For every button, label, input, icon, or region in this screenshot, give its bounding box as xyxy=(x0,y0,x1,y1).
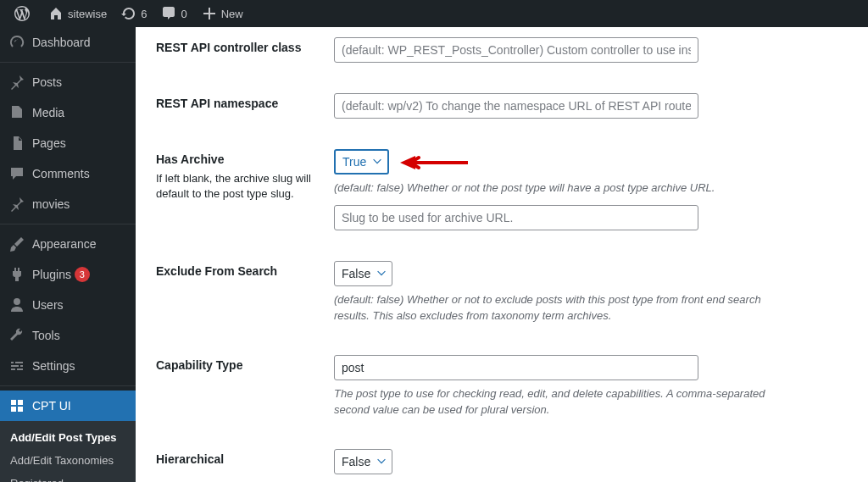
user-icon xyxy=(8,296,25,313)
submenu-registered-types[interactable]: Registered Types/Taxes xyxy=(0,472,136,482)
menu-movies[interactable]: movies xyxy=(0,189,136,219)
menu-tools[interactable]: Tools xyxy=(0,320,136,351)
menu-label: Appearance xyxy=(32,237,97,251)
annotation-arrow xyxy=(400,154,468,174)
wp-logo[interactable] xyxy=(7,0,41,27)
plugin-icon xyxy=(8,266,25,283)
menu-media[interactable]: Media xyxy=(0,97,136,128)
menu-appearance[interactable]: Appearance xyxy=(0,229,136,259)
input-rest-controller[interactable] xyxy=(334,37,698,63)
dashboard-icon xyxy=(8,34,25,51)
label-has-archive: Has Archive xyxy=(156,152,334,166)
home-icon xyxy=(47,5,64,22)
menu-settings[interactable]: Settings xyxy=(0,351,136,381)
menu-comments[interactable]: Comments xyxy=(0,158,136,189)
menu-label: Media xyxy=(32,106,64,119)
menu-label: CPT UI xyxy=(32,399,71,413)
setting-rest-controller: REST API controller class xyxy=(156,27,848,83)
update-icon xyxy=(120,5,137,22)
desc-hierarchical: (default: false) Whether or not the post… xyxy=(334,479,792,483)
menu-label: Users xyxy=(32,298,64,312)
label-exclude-search: Exclude From Search xyxy=(156,264,334,278)
menu-label: Comments xyxy=(32,167,90,180)
menu-pages[interactable]: Pages xyxy=(0,128,136,158)
pin-icon xyxy=(8,196,25,213)
select-hierarchical[interactable]: False xyxy=(334,449,392,474)
menu-label: Tools xyxy=(32,329,60,342)
submenu-add-edit-taxonomies[interactable]: Add/Edit Taxonomies xyxy=(0,449,136,472)
label-rest-namespace: REST API namespace xyxy=(156,97,334,110)
plus-icon xyxy=(201,5,218,22)
media-icon xyxy=(8,104,25,121)
menu-users[interactable]: Users xyxy=(0,290,136,320)
main-content: REST API controller class REST API names… xyxy=(136,27,868,482)
updates-count: 6 xyxy=(141,8,147,20)
select-exclude-search[interactable]: False xyxy=(334,261,392,286)
admin-bar: sitewise 6 0 New xyxy=(0,0,868,27)
menu-label: movies xyxy=(32,197,70,211)
comments-bubble[interactable]: 0 xyxy=(153,0,193,27)
desc-exclude-search: (default: false) Whether or not to exclu… xyxy=(334,291,792,324)
submenu-add-edit-post-types[interactable]: Add/Edit Post Types xyxy=(0,426,136,449)
menu-dashboard[interactable]: Dashboard xyxy=(0,27,136,58)
updates[interactable]: 6 xyxy=(114,0,153,27)
comments-count: 0 xyxy=(181,8,186,20)
sublabel-has-archive: If left blank, the archive slug will def… xyxy=(156,171,317,202)
page-icon xyxy=(8,135,25,152)
setting-exclude-search: Exclude From Search False (default: fals… xyxy=(156,251,848,345)
input-archive-slug[interactable] xyxy=(334,205,698,230)
comment-icon xyxy=(8,165,25,182)
setting-has-archive: Has Archive If left blank, the archive s… xyxy=(156,139,848,251)
menu-posts[interactable]: Posts xyxy=(0,67,136,97)
desc-capability-type: The post type to use for checking read, … xyxy=(334,385,792,418)
label-rest-controller: REST API controller class xyxy=(156,41,334,54)
menu-plugins[interactable]: Plugins 3 xyxy=(0,259,136,290)
select-has-archive[interactable]: True xyxy=(334,149,389,175)
menu-label: Pages xyxy=(32,136,66,150)
wrench-icon xyxy=(8,327,25,344)
comment-icon xyxy=(160,5,177,22)
setting-rest-namespace: REST API namespace xyxy=(156,83,848,139)
cpt-submenu: Add/Edit Post Types Add/Edit Taxonomies … xyxy=(0,421,136,482)
menu-label: Posts xyxy=(32,75,62,89)
input-rest-namespace[interactable] xyxy=(334,93,698,119)
setting-capability-type: Capability Type The post type to use for… xyxy=(156,345,848,439)
brush-icon xyxy=(8,235,25,252)
pin-icon xyxy=(8,74,25,91)
desc-has-archive: (default: false) Whether or not the post… xyxy=(334,180,792,197)
menu-label: Dashboard xyxy=(32,36,91,49)
label-hierarchical: Hierarchical xyxy=(156,452,334,466)
menu-label: Settings xyxy=(32,359,75,373)
plugins-badge: 3 xyxy=(75,267,90,282)
site-name-label: sitewise xyxy=(68,8,107,20)
new-label: New xyxy=(221,8,243,20)
new-content[interactable]: New xyxy=(194,0,250,27)
cpt-icon xyxy=(8,397,25,414)
admin-sidebar: Dashboard Posts Media Pages Comments mov… xyxy=(0,27,136,482)
wordpress-icon xyxy=(14,5,31,22)
label-capability-type: Capability Type xyxy=(156,358,334,372)
setting-hierarchical: Hierarchical False (default: false) Whet… xyxy=(156,439,848,483)
menu-cpt-ui[interactable]: CPT UI xyxy=(0,391,136,421)
sliders-icon xyxy=(8,357,25,374)
input-capability-type[interactable] xyxy=(334,355,698,380)
menu-label: Plugins xyxy=(32,268,71,281)
site-name[interactable]: sitewise xyxy=(41,0,114,27)
